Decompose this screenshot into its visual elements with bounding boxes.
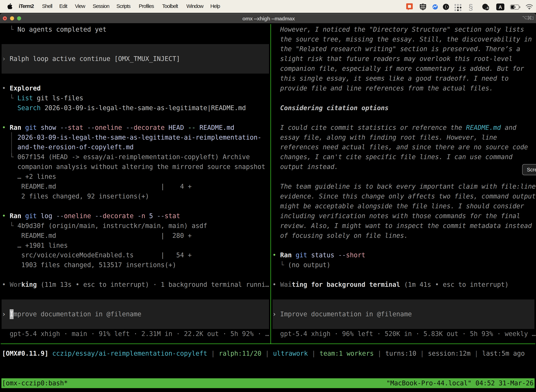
svg-text:..61: ..61 bbox=[485, 6, 489, 9]
svg-text:1: 1 bbox=[532, 16, 533, 20]
svg-text:A: A bbox=[498, 5, 502, 10]
